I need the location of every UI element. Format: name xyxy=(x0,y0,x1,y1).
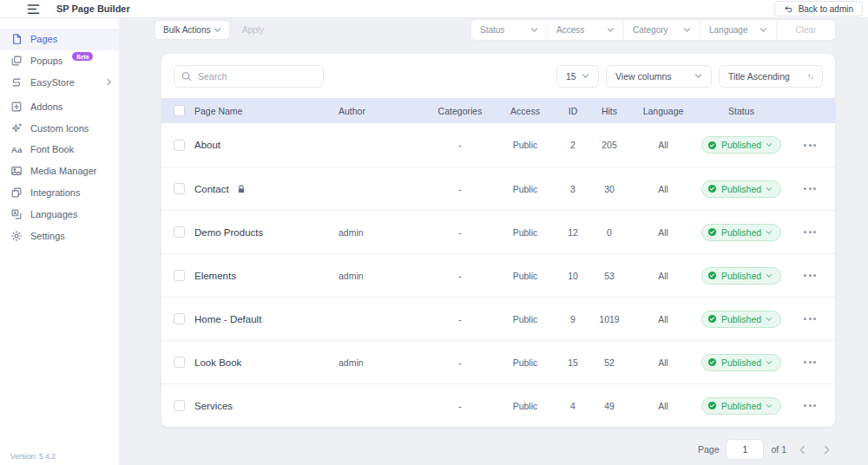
author-cell: admin xyxy=(339,357,425,368)
filter-dropdown-status[interactable]: Status xyxy=(471,20,548,40)
page-size-dropdown[interactable]: 15 xyxy=(556,65,599,88)
sidebar-item-label: Font Book xyxy=(30,144,74,154)
back-arrow-icon xyxy=(784,4,793,14)
row-actions-menu-icon[interactable] xyxy=(802,271,818,280)
check-circle-icon xyxy=(707,184,717,193)
table-toolbar: 15 View columns Title Ascending ↑↓ xyxy=(161,54,835,98)
filter-dropdown-language[interactable]: Language xyxy=(700,20,777,40)
status-badge[interactable]: Published xyxy=(701,224,781,241)
chevron-down-icon xyxy=(766,316,773,323)
status-label: Published xyxy=(721,357,761,368)
col-author: Author xyxy=(339,106,425,116)
status-badge[interactable]: Published xyxy=(701,354,781,371)
sidebar-item-integrations[interactable]: Integrations xyxy=(0,182,123,204)
sidebar-item-media-manager[interactable]: Media Manager xyxy=(0,160,123,182)
bulk-actions-label: Bulk Actions xyxy=(163,25,210,35)
page-name[interactable]: Elements xyxy=(194,271,236,281)
filter-group: Status Access Category Language Clear xyxy=(471,20,835,40)
sidebar-item-label: Addons xyxy=(30,102,62,112)
beta-badge: Beta xyxy=(72,52,93,61)
row-checkbox[interactable] xyxy=(174,140,185,151)
next-page-button[interactable] xyxy=(818,441,835,458)
row-actions-menu-icon[interactable] xyxy=(802,227,818,237)
search-input[interactable] xyxy=(174,65,324,88)
sidebar-item-label: EasyStore xyxy=(30,77,75,88)
row-checkbox[interactable] xyxy=(174,313,185,324)
sidebar-item-languages[interactable]: Languages xyxy=(0,203,123,225)
sidebar-item-popups[interactable]: Popups Beta xyxy=(0,50,123,72)
sidebar-item-settings[interactable]: Settings xyxy=(0,225,123,246)
row-checkbox[interactable] xyxy=(174,270,185,281)
page-name[interactable]: Contact xyxy=(194,184,229,194)
status-badge[interactable]: Published xyxy=(701,267,781,285)
chevron-down-icon xyxy=(766,403,773,409)
sort-dropdown[interactable]: Title Ascending ↑↓ xyxy=(719,65,823,88)
apply-button[interactable]: Apply xyxy=(242,25,264,35)
access-cell: Public xyxy=(495,401,556,411)
sidebar-item-pages[interactable]: Pages xyxy=(0,29,123,50)
row-actions-menu-icon[interactable] xyxy=(802,357,818,367)
sidebar-item-font-book[interactable]: Aa Font Book xyxy=(0,139,123,160)
col-access: Access xyxy=(495,106,556,116)
version-label: Version: 5.4.2 xyxy=(10,452,56,461)
table-row: Elements admin - Public 10 53 All Publis… xyxy=(161,253,835,297)
status-badge[interactable]: Published xyxy=(701,136,781,154)
sidebar-item-label: Pages xyxy=(30,34,57,44)
check-circle-icon xyxy=(707,357,717,367)
page-name[interactable]: About xyxy=(194,140,220,150)
filter-dropdown-category[interactable]: Category xyxy=(624,20,700,40)
row-actions-menu-icon[interactable] xyxy=(802,141,818,150)
sidebar-nav: Pages Popups Beta EasyStore Addons Custo… xyxy=(0,18,123,246)
check-circle-icon xyxy=(707,271,717,280)
sidebar-item-easystore[interactable]: EasyStore xyxy=(0,72,123,94)
filter-label: Status xyxy=(480,25,504,35)
status-badge[interactable]: Published xyxy=(701,180,781,198)
select-all-checkbox[interactable] xyxy=(174,105,185,116)
svg-text:Aa: Aa xyxy=(11,145,23,154)
col-hits: Hits xyxy=(590,106,628,116)
sidebar: Pages Popups Beta EasyStore Addons Custo… xyxy=(0,18,123,465)
row-checkbox[interactable] xyxy=(174,226,185,238)
row-checkbox[interactable] xyxy=(174,183,185,194)
lock-icon xyxy=(236,184,247,194)
hamburger-menu-icon[interactable] xyxy=(27,3,40,15)
id-cell: 15 xyxy=(556,357,590,368)
page-number-input[interactable] xyxy=(726,439,764,460)
sidebar-item-custom-icons[interactable]: Custom Icons xyxy=(0,117,123,139)
filter-dropdown-access[interactable]: Access xyxy=(548,20,624,40)
clear-filters-button[interactable]: Clear xyxy=(777,20,835,40)
bulk-actions-dropdown[interactable]: Bulk Actions xyxy=(155,20,230,40)
row-actions-menu-icon[interactable] xyxy=(802,184,818,193)
categories-cell: - xyxy=(425,184,495,194)
access-cell: Public xyxy=(495,314,556,324)
page-label: Page xyxy=(698,444,720,455)
row-actions-menu-icon[interactable] xyxy=(802,314,818,324)
page-name[interactable]: Demo Products xyxy=(194,227,263,238)
previous-page-button[interactable] xyxy=(793,441,811,458)
id-cell: 3 xyxy=(556,184,590,194)
sidebar-item-label: Languages xyxy=(30,209,77,219)
col-language: Language xyxy=(628,106,698,116)
id-cell: 10 xyxy=(556,271,590,281)
row-actions-menu-icon[interactable] xyxy=(802,401,818,410)
media-manager-icon xyxy=(10,165,23,177)
status-badge[interactable]: Published xyxy=(701,311,781,328)
back-to-admin-button[interactable]: Back to admin xyxy=(774,1,863,16)
hits-cell: 205 xyxy=(590,140,628,150)
categories-cell: - xyxy=(425,140,495,150)
page-name[interactable]: Look Book xyxy=(194,357,241,368)
row-checkbox[interactable] xyxy=(174,357,185,368)
page-name[interactable]: Home - Default xyxy=(194,314,261,324)
table-row: Demo Products admin - Public 12 0 All Pu… xyxy=(161,210,835,253)
view-columns-dropdown[interactable]: View columns xyxy=(606,65,712,88)
check-circle-icon xyxy=(707,141,717,150)
page-name[interactable]: Services xyxy=(194,401,233,411)
sidebar-item-addons[interactable]: Addons xyxy=(0,95,123,117)
chevron-down-icon xyxy=(582,72,589,80)
chevron-right-icon xyxy=(105,78,113,86)
row-checkbox[interactable] xyxy=(174,400,185,411)
status-badge[interactable]: Published xyxy=(701,397,781,415)
filter-bar: Bulk Actions Apply Status Access Categor… xyxy=(155,19,835,40)
language-cell: All xyxy=(628,271,698,281)
check-circle-icon xyxy=(707,401,717,410)
